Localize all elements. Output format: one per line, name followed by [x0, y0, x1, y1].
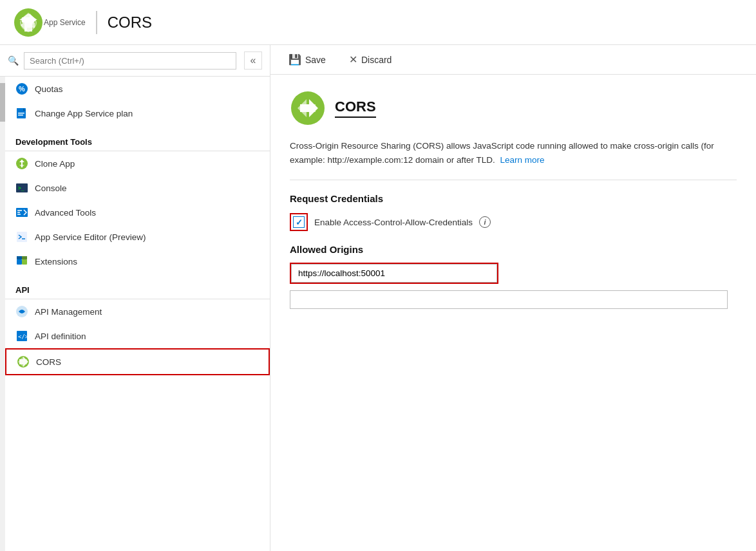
content-panel: 💾 Save ✕ Discard [270, 45, 756, 551]
sidebar-item-extensions-label: Extensions [35, 257, 77, 266]
sidebar-scroll-thumb [0, 83, 5, 122]
sidebar-item-api-management-label: API Management [35, 307, 102, 317]
cors-header: CORS [290, 90, 737, 126]
cors-content-title: CORS [335, 98, 376, 118]
save-label: Save [305, 55, 326, 65]
editor-icon [15, 230, 28, 243]
checkbox-label-text: Enable Access-Control-Allow-Credentials [314, 218, 473, 227]
sidebar-item-extensions[interactable]: Extensions [5, 249, 270, 274]
save-icon: 💾 [288, 53, 301, 66]
search-icon: 🔍 [8, 55, 19, 66]
sidebar-search-area: 🔍 « [0, 45, 270, 77]
sidebar-item-api-management[interactable]: API Management [5, 299, 270, 324]
svg-rect-14 [17, 256, 22, 259]
info-icon[interactable]: i [479, 216, 491, 228]
clone-icon [15, 157, 28, 170]
save-button[interactable]: 💾 Save [283, 51, 331, 68]
svg-rect-13 [22, 259, 27, 265]
origin-input-1[interactable] [291, 264, 497, 283]
request-credentials-section: Request Credentials ✓ Enable Access-Cont… [290, 193, 737, 231]
section-development-tools: Development Tools [5, 128, 270, 151]
header-app-service-label: App Service [44, 18, 86, 27]
request-credentials-title: Request Credentials [290, 193, 737, 204]
checkbox-red-border: ✓ [290, 213, 308, 231]
search-input[interactable] [24, 52, 236, 70]
header: App Service CORS [0, 0, 756, 45]
sidebar-item-advanced-tools[interactable]: Advanced Tools [5, 200, 270, 225]
sidebar-item-quotas-label: Quotas [35, 84, 63, 94]
main-layout: 🔍 « % Quotas [0, 45, 756, 551]
sidebar-scrollbar[interactable] [0, 77, 5, 551]
origin-input-row-1 [290, 263, 737, 284]
checkbox-row: ✓ Enable Access-Control-Allow-Credential… [290, 213, 737, 231]
svg-text:</>: </> [18, 333, 28, 340]
discard-icon: ✕ [349, 53, 357, 66]
enable-credentials-checkbox[interactable]: ✓ [293, 216, 305, 228]
sidebar-item-change-plan-label: Change App Service plan [35, 109, 133, 118]
checkbox-checkmark: ✓ [296, 218, 303, 227]
svg-rect-15 [22, 256, 27, 259]
discard-label: Discard [361, 55, 392, 65]
sidebar-item-change-plan[interactable]: Change App Service plan [5, 101, 270, 126]
toolbar: 💾 Save ✕ Discard [270, 45, 756, 75]
sidebar-item-advanced-tools-label: Advanced Tools [35, 208, 96, 218]
section-api: API [5, 276, 270, 299]
cors-icon [17, 355, 30, 368]
sidebar-item-cors[interactable]: CORS [5, 348, 270, 375]
svg-rect-6 [18, 115, 23, 116]
discard-button[interactable]: ✕ Discard [344, 51, 397, 68]
sidebar-item-console[interactable]: >_ Console [5, 176, 270, 200]
console-icon: >_ [15, 182, 28, 194]
advanced-tools-icon [15, 206, 28, 219]
header-title: CORS [108, 14, 152, 32]
cors-description: Cross-Origin Resource Sharing (CORS) all… [290, 139, 737, 180]
allowed-origins-section: Allowed Origins [290, 244, 737, 309]
content-body: CORS Cross-Origin Resource Sharing (CORS… [270, 75, 756, 551]
sidebar-item-clone-app-label: Clone App [35, 159, 75, 169]
origin-input-red-border [290, 263, 498, 284]
sidebar: 🔍 « % Quotas [0, 45, 270, 551]
sidebar-content: % Quotas [5, 77, 270, 551]
app-service-logo [13, 7, 44, 38]
api-definition-icon: </> [15, 330, 28, 342]
quotas-icon: % [15, 82, 28, 95]
sidebar-item-clone-app[interactable]: Clone App [5, 151, 270, 176]
sidebar-item-app-service-editor[interactable]: App Service Editor (Preview) [5, 225, 270, 249]
svg-rect-5 [18, 113, 24, 114]
learn-more-link[interactable]: Learn more [500, 155, 544, 165]
cors-header-icon [290, 90, 326, 126]
svg-text:%: % [19, 85, 25, 93]
sidebar-item-api-definition-label: API definition [35, 332, 86, 341]
api-management-icon [15, 305, 28, 318]
header-divider [96, 11, 97, 34]
sidebar-item-console-label: Console [35, 183, 67, 193]
sidebar-item-editor-label: App Service Editor (Preview) [35, 232, 146, 242]
allowed-origins-title: Allowed Origins [290, 244, 737, 255]
origin-input-2[interactable] [290, 290, 728, 309]
sidebar-item-cors-label: CORS [36, 357, 61, 367]
sidebar-collapse-button[interactable]: « [244, 51, 262, 70]
sidebar-item-api-definition[interactable]: </> API definition [5, 324, 270, 348]
change-plan-icon [15, 107, 28, 120]
svg-rect-12 [17, 259, 22, 265]
svg-rect-4 [17, 108, 23, 111]
origin-input-row-2 [290, 288, 737, 309]
svg-text:>_: >_ [18, 185, 24, 191]
extensions-icon [15, 255, 28, 268]
sidebar-item-quotas[interactable]: % Quotas [5, 77, 270, 101]
